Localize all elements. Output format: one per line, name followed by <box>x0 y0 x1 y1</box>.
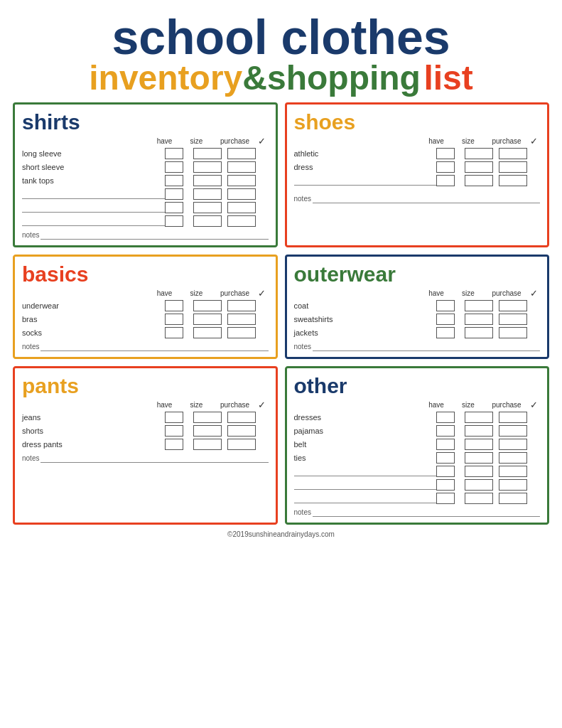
basics-have-bras[interactable] <box>165 314 183 325</box>
other-purchase-belt[interactable] <box>499 439 527 450</box>
other-have-blank3[interactable] <box>436 493 455 504</box>
outerwear-have-coat[interactable] <box>436 300 455 311</box>
shirts-blank3 <box>22 216 165 226</box>
shoes-purchase-dress[interactable] <box>499 161 527 173</box>
pants-purchase-shorts[interactable] <box>227 425 256 437</box>
basics-col-check: ✓ <box>256 288 269 299</box>
shoes-col-size: size <box>450 137 486 145</box>
other-purchase-ties[interactable] <box>499 452 527 464</box>
outerwear-size-sweatshirts[interactable] <box>465 314 493 325</box>
other-item-belt: belt <box>294 440 437 449</box>
basics-purchase-socks[interactable] <box>227 327 256 338</box>
other-blank2 <box>294 480 437 490</box>
shoes-have-blank1[interactable] <box>436 175 455 186</box>
pants-purchase-jeans[interactable] <box>227 412 256 423</box>
outerwear-have-sweatshirts[interactable] <box>436 314 455 325</box>
shoes-size-blank1[interactable] <box>465 175 493 186</box>
other-purchase-pajamas[interactable] <box>499 425 527 437</box>
shirts-size-short-sleeve[interactable] <box>193 161 222 173</box>
shirts-have-blank1[interactable] <box>165 188 183 200</box>
other-purchase-blank3[interactable] <box>499 493 527 504</box>
outerwear-item-sweatshirts: sweatshirts <box>294 315 437 323</box>
other-boxes-dresses <box>436 412 540 423</box>
shirts-row-long-sleeve: long sleeve <box>22 148 269 159</box>
outerwear-purchase-coat[interactable] <box>499 300 527 311</box>
shirts-size-blank2[interactable] <box>193 202 222 213</box>
other-size-ties[interactable] <box>465 452 493 464</box>
shirts-size-tank-tops[interactable] <box>193 175 222 186</box>
other-have-blank2[interactable] <box>436 479 455 491</box>
basics-col-purchase: purchase <box>215 289 256 297</box>
shoes-size-athletic[interactable] <box>465 148 493 159</box>
pants-size-shorts[interactable] <box>193 425 222 437</box>
basics-size-socks[interactable] <box>193 327 222 338</box>
basics-have-underwear[interactable] <box>165 300 183 311</box>
other-have-ties[interactable] <box>436 452 455 464</box>
basics-size-bras[interactable] <box>193 314 222 325</box>
section-outerwear: outerwear have size purchase ✓ coat swea… <box>285 255 550 359</box>
shirts-have-blank3[interactable] <box>165 215 183 227</box>
other-purchase-dresses[interactable] <box>499 412 527 423</box>
outerwear-purchase-jackets[interactable] <box>499 327 527 338</box>
other-have-dresses[interactable] <box>436 412 455 423</box>
other-have-blank1[interactable] <box>436 466 455 477</box>
shirts-size-blank1[interactable] <box>193 188 222 200</box>
basics-purchase-bras[interactable] <box>227 314 256 325</box>
shoes-purchase-athletic[interactable] <box>499 148 527 159</box>
basics-have-socks[interactable] <box>165 327 183 338</box>
other-size-belt[interactable] <box>465 439 493 450</box>
pants-item-shorts: shorts <box>22 427 165 435</box>
shirts-have-short-sleeve[interactable] <box>165 161 183 173</box>
other-have-pajamas[interactable] <box>436 425 455 437</box>
shirts-purchase-short-sleeve[interactable] <box>227 161 256 173</box>
other-boxes-pajamas <box>436 425 540 437</box>
outerwear-row-jackets: jackets <box>294 327 541 338</box>
outerwear-purchase-sweatshirts[interactable] <box>499 314 527 325</box>
shirts-have-blank2[interactable] <box>165 202 183 213</box>
other-title: other <box>294 374 541 398</box>
other-size-blank2[interactable] <box>465 479 493 491</box>
other-col-have: have <box>422 401 450 409</box>
shoes-have-athletic[interactable] <box>436 148 455 159</box>
other-have-belt[interactable] <box>436 439 455 450</box>
shoes-have-dress[interactable] <box>436 161 455 173</box>
page-header: school clothes inventory&shopping list <box>13 13 549 95</box>
other-purchase-blank1[interactable] <box>499 466 527 477</box>
other-size-blank3[interactable] <box>465 493 493 504</box>
shoes-size-dress[interactable] <box>465 161 493 173</box>
other-row-blank2 <box>294 479 541 491</box>
basics-boxes-bras <box>165 314 269 325</box>
pants-have-shorts[interactable] <box>165 425 183 437</box>
shirts-purchase-long-sleeve[interactable] <box>227 148 256 159</box>
shoes-col-check: ✓ <box>527 136 540 146</box>
shirts-have-tank-tops[interactable] <box>165 175 183 186</box>
shoes-col-purchase: purchase <box>486 137 527 145</box>
pants-have-jeans[interactable] <box>165 412 183 423</box>
other-size-blank1[interactable] <box>465 466 493 477</box>
shirts-have-long-sleeve[interactable] <box>165 148 183 159</box>
pants-have-dress-pants[interactable] <box>165 439 183 450</box>
outerwear-size-coat[interactable] <box>465 300 493 311</box>
shirts-purchase-blank1[interactable] <box>227 188 256 200</box>
shirts-purchase-blank2[interactable] <box>227 202 256 213</box>
main-grid: shirts have size purchase ✓ long sleeve … <box>13 102 549 525</box>
shoes-purchase-blank1[interactable] <box>499 175 527 186</box>
pants-purchase-dress-pants[interactable] <box>227 439 256 450</box>
shirts-notes-label: notes <box>22 231 39 239</box>
basics-size-underwear[interactable] <box>193 300 222 311</box>
other-row-pajamas: pajamas <box>294 425 541 437</box>
outerwear-have-jackets[interactable] <box>436 327 455 338</box>
other-purchase-blank2[interactable] <box>499 479 527 491</box>
outerwear-size-jackets[interactable] <box>465 327 493 338</box>
shirts-purchase-tank-tops[interactable] <box>227 175 256 186</box>
shirts-purchase-blank3[interactable] <box>227 215 256 227</box>
pants-notes-label: notes <box>22 454 39 462</box>
shirts-size-long-sleeve[interactable] <box>193 148 222 159</box>
pants-size-jeans[interactable] <box>193 412 222 423</box>
basics-purchase-underwear[interactable] <box>227 300 256 311</box>
pants-size-dress-pants[interactable] <box>193 439 222 450</box>
other-size-pajamas[interactable] <box>465 425 493 437</box>
other-size-dresses[interactable] <box>465 412 493 423</box>
outerwear-col-check: ✓ <box>527 288 540 299</box>
shirts-size-blank3[interactable] <box>193 215 222 227</box>
